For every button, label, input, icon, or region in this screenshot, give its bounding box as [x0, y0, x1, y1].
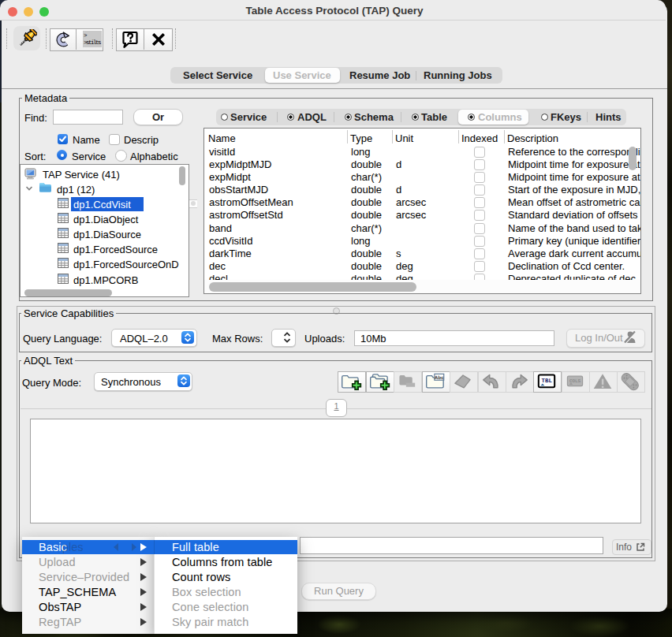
- svg-text:TBL: TBL: [542, 378, 552, 384]
- svg-text:>stilts: >stilts: [84, 39, 102, 47]
- svg-text:>: >: [84, 33, 88, 39]
- svg-text:Abc: Abc: [435, 375, 444, 381]
